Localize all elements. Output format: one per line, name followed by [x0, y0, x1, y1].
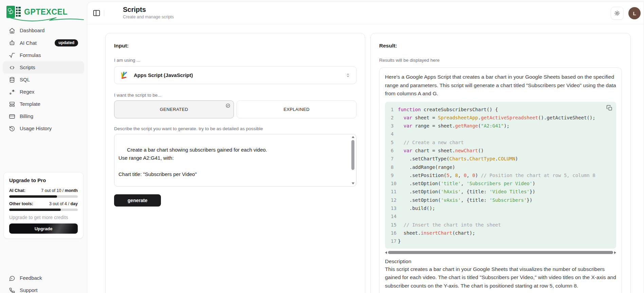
- history-icon: [9, 125, 15, 132]
- textarea-scrollbar-thumb[interactable]: [351, 140, 354, 170]
- result-title: Result:: [379, 43, 622, 49]
- apps-script-logo-icon: [120, 71, 129, 80]
- usage-value: 3 out of 4 / day: [49, 201, 78, 206]
- user-avatar[interactable]: L: [628, 7, 641, 19]
- upgrade-card: Upgrade to Pro AI Chat:7 out of 10 / mon…: [3, 172, 84, 239]
- result-box: Here's a Google Apps Script that creates…: [379, 67, 622, 293]
- input-panel: Input: I am using ... Apps Script (JavaS…: [105, 33, 365, 293]
- textarea-scrollbar: [351, 135, 355, 185]
- mode-toggle: GENERATEDEXPLAINED: [114, 100, 356, 118]
- sidebar-item-feedback[interactable]: Feedback: [3, 272, 84, 284]
- panel-left-icon: [92, 9, 101, 17]
- code-line: 7 .setChartType(Charts.ChartType.COLUMN): [385, 155, 616, 163]
- code-line: 15 // Insert the chart into the sheet: [385, 221, 616, 229]
- mode-button-generated[interactable]: GENERATED: [114, 100, 234, 118]
- sidebar-item-dashboard[interactable]: Dashboard: [3, 24, 84, 37]
- sidebar-item-sql[interactable]: SQL: [3, 74, 84, 86]
- sidebar: GPTEXCEL DashboardAI ChatupdatedFormulas…: [0, 0, 87, 293]
- sidebar-item-label: Regex: [20, 89, 34, 95]
- main-panel: Scripts Create and manage scripts L Inpu…: [87, 2, 644, 293]
- upgrade-button[interactable]: Upgrade: [9, 223, 78, 234]
- page-title-block: Scripts Create and manage scripts: [123, 6, 174, 19]
- result-placeholder: Results will be displayed here: [379, 58, 622, 63]
- code-line: 17}: [385, 237, 616, 245]
- credit-card-icon: [9, 113, 15, 120]
- language-select[interactable]: Apps Script (JavaScript): [114, 66, 356, 84]
- input-title: Input:: [114, 43, 356, 49]
- feedback-icon: [9, 275, 15, 281]
- code-horizontal-scrollbar: [385, 251, 616, 254]
- sidebar-item-label: AI Chat: [20, 40, 37, 46]
- generate-button[interactable]: generate: [114, 194, 161, 207]
- code-line: 2 var sheet = SpreadsheetApp.getActiveSp…: [385, 114, 616, 122]
- sidebar-footer: FeedbackSupport: [3, 272, 84, 293]
- mode-button-explained[interactable]: EXPLAINED: [237, 100, 356, 118]
- code-line: 9 .setPosition(5, 8, 0, 0) // Position t…: [385, 171, 616, 179]
- upgrade-note: Upgrade to get more credits: [9, 215, 78, 220]
- sidebar-toggle-button[interactable]: [92, 9, 101, 17]
- sidebar-item-label: Dashboard: [20, 27, 44, 34]
- usage-row: Other tools:3 out of 4 / day: [9, 201, 78, 206]
- code-line: 10 .setOption('title', 'Subscribers per …: [385, 179, 616, 188]
- theme-toggle-button[interactable]: [611, 7, 624, 20]
- description-text: This script creates a bar chart in your …: [385, 265, 616, 290]
- sidebar-item-formulas[interactable]: Formulas: [3, 49, 84, 61]
- sidebar-nav: DashboardAI ChatupdatedFormulasScriptsSQ…: [3, 24, 84, 135]
- result-panel: Result: Results will be displayed here H…: [370, 33, 631, 293]
- sidebar-item-label: Usage History: [20, 125, 52, 132]
- sidebar-item-regex[interactable]: Regex: [3, 86, 84, 98]
- sidebar-item-billing[interactable]: Billing: [3, 110, 84, 122]
- sidebar-item-label: SQL: [20, 76, 30, 83]
- sidebar-item-template[interactable]: Template: [3, 98, 84, 110]
- code-icon: [9, 64, 15, 71]
- code-block: 1function createSubscribersChart() {2 va…: [385, 102, 616, 249]
- database-icon: [9, 77, 15, 83]
- code-scrollbar-thumb[interactable]: [388, 251, 613, 254]
- phone-icon: [9, 287, 15, 293]
- sidebar-item-label: Scripts: [20, 64, 35, 71]
- page-subtitle: Create and manage scripts: [123, 15, 174, 19]
- description-title: Description: [385, 258, 616, 265]
- chevron-up-down-icon: [345, 73, 351, 78]
- header-divider: [104, 10, 104, 16]
- code-line: 13 .build();: [385, 204, 616, 212]
- upgrade-usage-rows: AI Chat:7 out of 10 / monthOther tools:3…: [9, 188, 78, 211]
- sidebar-item-support[interactable]: Support: [3, 284, 84, 293]
- code-line: 5 // Create a new chart: [385, 138, 616, 146]
- code-line: 6 var chart = sheet.newChart(): [385, 146, 616, 155]
- scroll-up-arrow-icon[interactable]: [352, 136, 354, 138]
- sidebar-item-label: Formulas: [20, 52, 41, 59]
- page-title: Scripts: [123, 6, 174, 14]
- usage-label: Other tools:: [9, 201, 33, 206]
- upgrade-title: Upgrade to Pro: [9, 177, 78, 183]
- using-label: I am using ...: [114, 58, 356, 63]
- description-textarea[interactable]: Create a bar chart showing subscribers g…: [114, 134, 356, 187]
- sidebar-item-label: Support: [20, 287, 38, 293]
- language-select-value: Apps Script (JavaScript): [134, 72, 193, 78]
- home-icon: [9, 27, 15, 34]
- sidebar-item-label: Template: [20, 101, 40, 108]
- scroll-down-arrow-icon[interactable]: [352, 182, 354, 184]
- sidebar-item-ai-chat[interactable]: AI Chatupdated: [3, 37, 84, 49]
- code-line: 8 .addRange(range): [385, 163, 616, 171]
- scroll-right-arrow-icon[interactable]: [614, 251, 616, 254]
- code-line: 4: [385, 130, 616, 138]
- result-intro-text: Here's a Google Apps Script that creates…: [385, 73, 616, 98]
- logo-underline-swoosh: [6, 15, 85, 23]
- code-line: 3 var range = sheet.getRange("A2:G41");: [385, 122, 616, 130]
- sidebar-item-usage-history[interactable]: Usage History: [3, 122, 84, 135]
- radical-icon: [9, 52, 15, 59]
- usage-progress-bar: [9, 195, 78, 198]
- updated-badge: updated: [55, 39, 78, 46]
- code-lines: 1function createSubscribersChart() {2 va…: [385, 105, 616, 246]
- usage-progress-bar: [9, 209, 78, 211]
- layout-icon: [9, 101, 15, 108]
- scroll-left-arrow-icon[interactable]: [385, 251, 387, 254]
- copy-icon[interactable]: [606, 105, 613, 111]
- usage-value: 7 out of 10 / month: [41, 188, 78, 193]
- check-circle-icon: [225, 103, 231, 108]
- sidebar-item-scripts[interactable]: Scripts: [3, 61, 84, 74]
- regex-icon: [9, 89, 15, 95]
- description-textarea-value: Create a bar chart showing subscribers g…: [118, 147, 267, 187]
- code-line: 16 sheet.insertChart(chart);: [385, 229, 616, 237]
